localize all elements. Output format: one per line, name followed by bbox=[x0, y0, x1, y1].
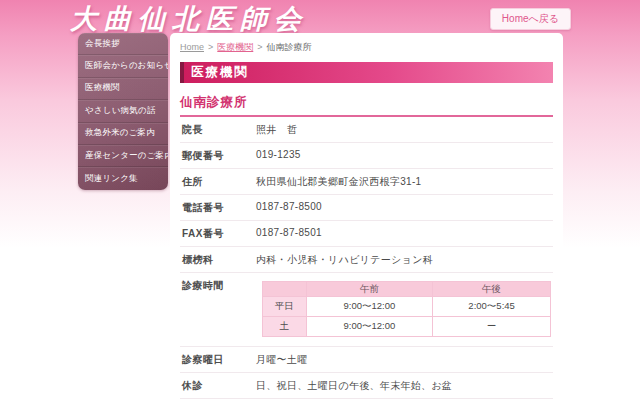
detail-row-departments: 標榜科 内科・小児科・リハビリテーション科 bbox=[180, 247, 553, 273]
sidebar: 会長挨拶 医師会からのお知らせ 医療機関 やさしい病気の話 救急外来のご案内 産… bbox=[78, 33, 168, 190]
detail-label: 郵便番号 bbox=[182, 149, 256, 163]
breadcrumb-home-link[interactable]: Home bbox=[180, 42, 204, 52]
breadcrumb-separator: > bbox=[257, 42, 262, 52]
sidebar-item-links[interactable]: 関連リンク集 bbox=[78, 167, 168, 189]
detail-row-closed: 休診 日、祝日、土曜日の午後、年末年始、お盆 bbox=[180, 373, 553, 399]
schedule-table: 午前 午後 平日 9:00〜12:00 2:00〜5:45 土 9:00〜12:… bbox=[262, 281, 551, 337]
detail-row-hours: 診療時間 午前 午後 平日 9:00〜12:00 2:00〜5:45 土 9:0… bbox=[180, 273, 553, 347]
detail-row-consultation-days: 診察曜日 月曜〜土曜 bbox=[180, 347, 553, 373]
detail-row-director: 院長 照井 哲 bbox=[180, 117, 553, 143]
detail-row-address: 住所 秋田県仙北郡美郷町金沢西根字31-1 bbox=[180, 169, 553, 195]
schedule-cell-pm: ー bbox=[433, 317, 551, 337]
detail-row-postal-code: 郵便番号 019-1235 bbox=[180, 143, 553, 169]
schedule-cell-am: 9:00〜12:00 bbox=[306, 297, 433, 317]
sidebar-item-news[interactable]: 医師会からのお知らせ bbox=[78, 55, 168, 77]
detail-row-phone: 電話番号 0187-87-8500 bbox=[180, 195, 553, 221]
sidebar-item-greeting[interactable]: 会長挨拶 bbox=[78, 33, 168, 55]
schedule-row-saturday: 土 9:00〜12:00 ー bbox=[263, 317, 551, 337]
breadcrumb-separator: > bbox=[208, 42, 213, 52]
schedule-row-label: 土 bbox=[263, 317, 307, 337]
schedule-cell-pm: 2:00〜5:45 bbox=[433, 297, 551, 317]
breadcrumb-current: 仙南診療所 bbox=[267, 42, 312, 52]
detail-label: 診察曜日 bbox=[182, 353, 256, 367]
detail-label: 電話番号 bbox=[182, 201, 256, 215]
schedule-cell-am: 9:00〜12:00 bbox=[306, 317, 433, 337]
schedule-col-am: 午前 bbox=[306, 282, 433, 297]
schedule-col-pm: 午後 bbox=[433, 282, 551, 297]
detail-value: 秋田県仙北郡美郷町金沢西根字31-1 bbox=[256, 175, 421, 189]
detail-value: 019-1235 bbox=[256, 149, 301, 160]
detail-label: 住所 bbox=[182, 175, 256, 189]
detail-row-fax: FAX番号 0187-87-8501 bbox=[180, 221, 553, 247]
detail-value: 内科・小児科・リハビリテーション科 bbox=[256, 253, 433, 267]
detail-label: 休診 bbox=[182, 379, 256, 393]
schedule-header-row: 午前 午後 bbox=[263, 282, 551, 297]
detail-label: 標榜科 bbox=[182, 253, 256, 267]
schedule-row-label: 平日 bbox=[263, 297, 307, 317]
section-title: 医療機関 bbox=[180, 62, 553, 83]
sidebar-item-emergency[interactable]: 救急外来のご案内 bbox=[78, 123, 168, 145]
detail-value: 月曜〜土曜 bbox=[256, 353, 308, 367]
main-content: Home>医療機関>仙南診療所 医療機関 仙南診療所 院長 照井 哲 郵便番号 … bbox=[170, 33, 563, 400]
home-button[interactable]: Homeへ戻る bbox=[490, 8, 571, 30]
detail-value: 日、祝日、土曜日の午後、年末年始、お盆 bbox=[256, 379, 452, 393]
site-logo[interactable]: 大曲仙北医師会 bbox=[70, 1, 308, 37]
detail-label: FAX番号 bbox=[182, 227, 256, 241]
schedule-corner-cell bbox=[263, 282, 307, 297]
detail-value: 照井 哲 bbox=[256, 123, 297, 137]
sidebar-item-sanpo-center[interactable]: 産保センターのご案内 bbox=[78, 145, 168, 167]
detail-label: 診療時間 bbox=[182, 279, 256, 293]
detail-value: 0187-87-8501 bbox=[256, 227, 322, 238]
detail-label: 院長 bbox=[182, 123, 256, 137]
sidebar-item-medical-institutions[interactable]: 医療機関 bbox=[78, 78, 168, 100]
detail-value: 0187-87-8500 bbox=[256, 201, 322, 212]
clinic-name-heading: 仙南診療所 bbox=[180, 94, 553, 117]
schedule-row-weekday: 平日 9:00〜12:00 2:00〜5:45 bbox=[263, 297, 551, 317]
breadcrumb: Home>医療機関>仙南診療所 bbox=[180, 41, 553, 54]
sidebar-item-disease-talk[interactable]: やさしい病気の話 bbox=[78, 100, 168, 122]
breadcrumb-section-link[interactable]: 医療機関 bbox=[217, 42, 253, 52]
